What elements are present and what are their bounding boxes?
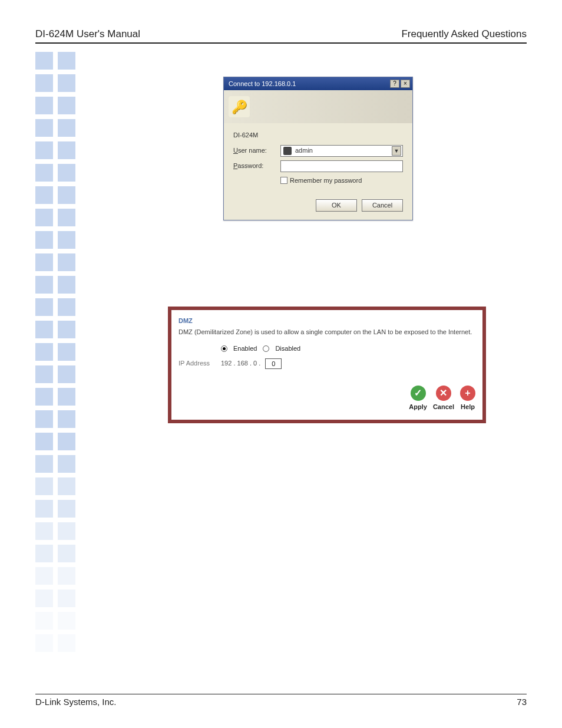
keys-icon: 🔑: [229, 96, 250, 117]
decorative-side-bar: [35, 52, 100, 652]
help-button[interactable]: Help: [460, 402, 475, 412]
page-footer: D-Link Systems, Inc. 73: [35, 694, 527, 707]
password-label: Password:: [233, 161, 280, 171]
user-icon: [283, 147, 292, 155]
help-icon[interactable]: ?: [390, 80, 399, 88]
dmz-description: DMZ (Demilitarized Zone) is used to allo…: [178, 327, 475, 337]
dmz-panel: DMZ DMZ (Demilitarized Zone) is used to …: [168, 307, 486, 423]
cancel-icon[interactable]: ✕: [436, 386, 451, 401]
remember-label: Remember my password: [290, 176, 362, 186]
remember-checkbox[interactable]: [280, 177, 287, 184]
apply-button[interactable]: Apply: [409, 402, 427, 412]
cancel-button[interactable]: Cancel: [362, 199, 403, 212]
page-header: DI-624M User's Manual Frequently Asked Q…: [35, 28, 527, 44]
step1-section: Connect to 192.168.0.1 ? × 🔑 DI-624M Use…: [141, 59, 495, 220]
dialog-banner: 🔑: [224, 90, 412, 123]
dmz-disabled-label: Disabled: [275, 344, 300, 354]
footer-left: D-Link Systems, Inc.: [35, 697, 117, 707]
dmz-enabled-label: Enabled: [233, 344, 257, 354]
login-dialog: Connect to 192.168.0.1 ? × 🔑 DI-624M Use…: [223, 77, 413, 220]
dmz-title: DMZ: [178, 316, 475, 326]
close-icon[interactable]: ×: [401, 80, 410, 88]
username-label: User name:: [233, 146, 280, 156]
ip-prefix: 192 . 168 . 0 .: [221, 358, 260, 368]
apply-icon[interactable]: ✓: [411, 386, 426, 401]
dialog-body: DI-624M User name: admin ▼ Password:: [224, 123, 412, 220]
step2-section: DMZ DMZ (Demilitarized Zone) is used to …: [141, 283, 513, 423]
ip-last-octet-input[interactable]: 0: [265, 358, 282, 369]
password-field[interactable]: [280, 160, 403, 172]
ok-button[interactable]: OK: [316, 199, 357, 212]
dialog-realm: DI-624M: [233, 130, 403, 140]
help-icon-dmz[interactable]: +: [460, 386, 475, 401]
dmz-enabled-radio[interactable]: [221, 345, 227, 352]
dmz-disabled-radio[interactable]: [263, 345, 269, 352]
dialog-title-text: Connect to 192.168.0.1: [229, 79, 296, 89]
username-value: admin: [295, 146, 313, 156]
header-left: DI-624M User's Manual: [35, 28, 140, 40]
dialog-title-bar: Connect to 192.168.0.1 ? ×: [224, 77, 412, 90]
chevron-down-icon[interactable]: ▼: [392, 146, 401, 156]
ip-address-label: IP Address: [178, 358, 216, 368]
header-right: Frequently Asked Questions: [401, 28, 527, 40]
cancel-button[interactable]: Cancel: [433, 402, 454, 412]
page-number: 73: [517, 697, 527, 707]
username-field[interactable]: admin ▼: [280, 145, 403, 157]
